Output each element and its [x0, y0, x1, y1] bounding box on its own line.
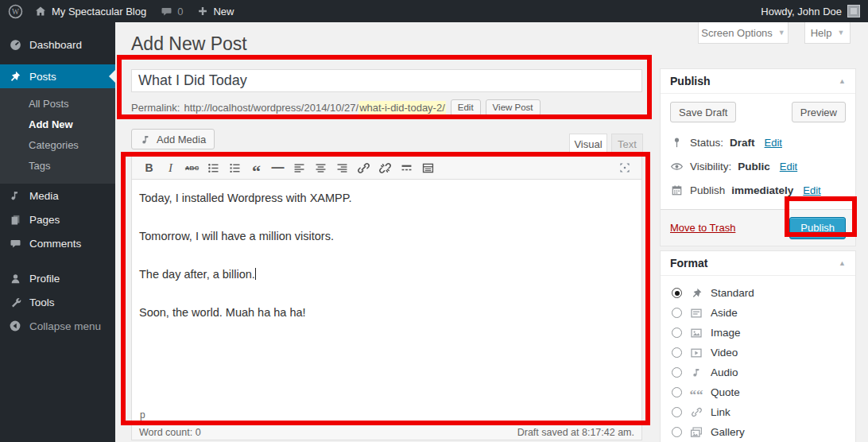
screen-options-tab[interactable]: Screen Options ▼	[698, 22, 789, 44]
bold-icon[interactable]: B	[138, 159, 160, 176]
radio[interactable]	[672, 308, 682, 318]
page-title: Add New Post	[131, 33, 247, 55]
video-icon	[689, 347, 703, 359]
preview-button[interactable]: Preview	[792, 102, 846, 122]
align-center-icon[interactable]	[310, 159, 331, 176]
howdy-account-menu[interactable]: Howdy, John Doe	[761, 6, 842, 17]
radio[interactable]	[672, 328, 682, 338]
bullet-list-icon[interactable]	[203, 159, 224, 176]
sidebar-item-tags[interactable]: Tags	[0, 156, 115, 176]
radio[interactable]	[672, 347, 682, 358]
format-option-standard[interactable]: Standard	[672, 283, 844, 303]
schedule-row: Publish immediately Edit	[670, 180, 846, 200]
radio[interactable]	[672, 387, 682, 397]
home-icon	[34, 5, 47, 17]
sidebar-item-comments[interactable]: Comments	[0, 231, 115, 255]
site-name: My Spectacular Blog	[52, 6, 146, 17]
format-option-link[interactable]: Link	[672, 402, 844, 422]
chevron-down-icon: ▼	[778, 29, 785, 37]
svg-text:W: W	[12, 8, 19, 16]
quote-icon: ““	[689, 386, 703, 398]
sidebar-item-all-posts[interactable]: All Posts	[0, 94, 115, 114]
permalink-base: http://localhost/wordpress/2014/10/27/	[184, 102, 358, 114]
format-option-quote[interactable]: ““ Quote	[672, 382, 844, 402]
link-icon[interactable]	[353, 159, 374, 176]
collapse-toggle-icon[interactable]: ▲	[839, 77, 846, 85]
status-value: Draft	[730, 137, 755, 149]
tools-icon	[8, 297, 22, 308]
radio[interactable]	[672, 427, 682, 437]
sidebar-item-profile[interactable]: Profile	[0, 266, 115, 290]
gallery-icon	[689, 426, 703, 439]
editor-content-area[interactable]: Today, I installed Wordpress with XAMPP.…	[132, 180, 641, 408]
sidebar-item-media[interactable]: Media	[0, 184, 115, 207]
sidebar-item-categories[interactable]: Categories	[0, 135, 115, 156]
admin-bar: W My Spectacular Blog 0 New Howdy, John …	[0, 0, 868, 22]
sidebar-item-pages[interactable]: Pages	[0, 207, 115, 231]
sidebar-item-posts[interactable]: Posts	[0, 64, 115, 88]
move-to-trash-link[interactable]: Move to Trash	[670, 222, 735, 234]
publish-box-header[interactable]: Publish ▲	[661, 69, 855, 94]
calendar-icon	[670, 184, 684, 196]
permalink-slug[interactable]: what-i-did-today-2/	[358, 101, 446, 114]
strikethrough-icon[interactable]: ABC	[181, 159, 203, 176]
tab-text[interactable]: Text	[611, 134, 643, 154]
format-option-audio[interactable]: Audio	[672, 363, 844, 382]
view-post-button[interactable]: View Post	[486, 99, 541, 116]
comments-icon	[8, 238, 22, 250]
pushpin-icon	[8, 70, 22, 83]
radio-checked[interactable]	[672, 288, 682, 298]
edit-visibility-link[interactable]: Edit	[780, 161, 797, 173]
more-tag-icon[interactable]	[396, 159, 417, 176]
avatar[interactable]	[847, 5, 860, 17]
format-box: Format ▲ Standard Aside Image Video Audi…	[660, 250, 856, 442]
radio[interactable]	[672, 407, 682, 417]
sidebar-item-tools[interactable]: Tools	[0, 290, 115, 314]
tab-visual[interactable]: Visual	[569, 134, 607, 154]
posts-submenu: All Posts Add New Categories Tags	[0, 88, 115, 184]
help-tab[interactable]: Help ▼	[804, 22, 851, 44]
wordpress-logo-icon[interactable]: W	[8, 4, 23, 19]
fullscreen-icon[interactable]	[614, 159, 635, 176]
comments-bubble[interactable]: 0	[161, 6, 183, 17]
align-right-icon[interactable]	[331, 159, 353, 176]
post-title-input[interactable]	[131, 69, 642, 92]
edit-schedule-link[interactable]: Edit	[803, 184, 820, 196]
save-draft-button[interactable]: Save Draft	[670, 102, 736, 122]
text-cursor	[255, 268, 256, 280]
italic-icon[interactable]: I	[160, 159, 181, 176]
publish-box: Publish ▲ Save Draft Preview Status: Dra…	[660, 68, 856, 246]
format-box-header[interactable]: Format ▲	[661, 251, 855, 276]
edit-status-link[interactable]: Edit	[765, 137, 782, 149]
blockquote-icon[interactable]: “	[246, 159, 267, 176]
horizontal-rule-icon[interactable]: —	[267, 159, 289, 176]
new-content-menu[interactable]: New	[197, 6, 234, 17]
toolbar-toggle-icon[interactable]	[417, 159, 439, 176]
radio[interactable]	[672, 367, 682, 378]
format-option-aside[interactable]: Aside	[672, 303, 844, 323]
format-option-video[interactable]: Video	[672, 343, 844, 363]
unlink-icon[interactable]	[374, 159, 396, 176]
permalink-row: Permalink: http://localhost/wordpress/20…	[131, 98, 541, 117]
format-option-image[interactable]: Image	[672, 323, 844, 343]
pages-icon	[8, 214, 22, 226]
sidebar-item-add-new[interactable]: Add New	[0, 114, 115, 135]
editor-element-path[interactable]: p	[132, 408, 641, 424]
edit-permalink-button[interactable]: Edit	[451, 99, 481, 116]
numbered-list-icon[interactable]	[224, 159, 246, 176]
schedule-value: immediately	[731, 184, 793, 196]
sidebar-item-dashboard[interactable]: Dashboard	[0, 33, 115, 56]
admin-sidebar: Dashboard Posts All Posts Add New Catego…	[0, 22, 115, 442]
new-label: New	[213, 6, 234, 17]
sidebar-item-collapse-menu[interactable]: Collapse menu	[0, 314, 115, 338]
collapse-toggle-icon[interactable]: ▲	[839, 259, 846, 267]
site-menu[interactable]: My Spectacular Blog	[34, 5, 146, 17]
add-media-button[interactable]: Add Media	[131, 129, 215, 149]
link-icon	[689, 406, 703, 418]
audio-icon	[689, 366, 703, 378]
publish-button[interactable]: Publish	[789, 217, 846, 239]
format-option-gallery[interactable]: Gallery	[672, 422, 844, 442]
media-icon	[140, 134, 152, 145]
comments-count: 0	[177, 6, 183, 17]
align-left-icon[interactable]	[289, 159, 310, 176]
